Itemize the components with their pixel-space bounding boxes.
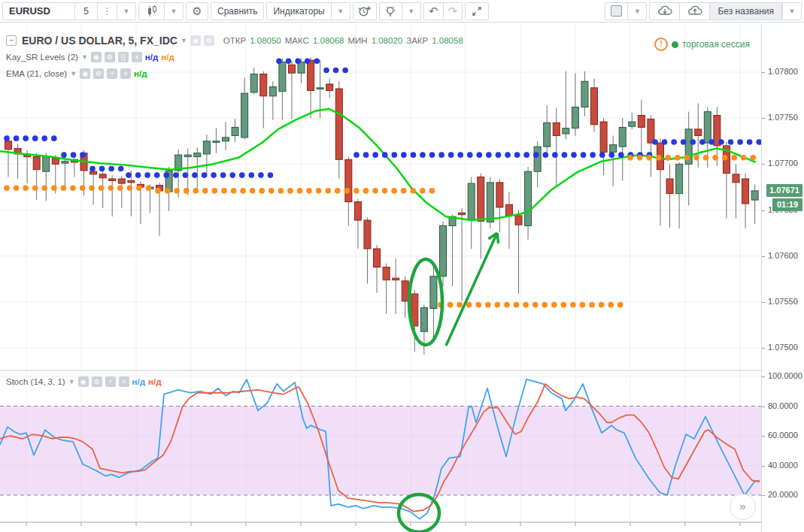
chart-properties-button[interactable]: ⚙ xyxy=(186,2,208,20)
source-code-icon[interactable]: {} xyxy=(118,52,129,62)
redo-button[interactable]: ↷ xyxy=(443,2,463,20)
sr-level-dot-blue xyxy=(14,135,20,141)
price-axis-label: 1.07700 xyxy=(762,159,798,168)
ema-value: н/д xyxy=(134,69,147,78)
eye-icon[interactable]: ◉ xyxy=(78,376,89,387)
sr-level-dot-orange xyxy=(61,185,67,191)
chart-style-button[interactable] xyxy=(138,2,164,20)
close-icon[interactable]: × xyxy=(119,376,129,387)
gear-icon[interactable]: ⚙ xyxy=(105,52,115,62)
sr-level-dot-orange xyxy=(363,188,369,194)
close-icon[interactable]: × xyxy=(120,68,131,79)
sr-level-dot-blue xyxy=(618,152,624,158)
chevron-down-icon[interactable]: ▼ xyxy=(70,70,77,77)
price-axis[interactable]: 1.078001.077501.077001.076501.076001.075… xyxy=(761,23,804,532)
stoch-axis-label: 100.0000 xyxy=(762,371,802,380)
sr-level-dot-blue xyxy=(477,152,483,158)
chart-area[interactable]: 1.078001.077501.077001.076501.076001.075… xyxy=(0,23,804,532)
sr-level-dot-orange xyxy=(108,185,114,191)
candlestick xyxy=(90,171,97,174)
candlestick xyxy=(260,74,267,95)
add-alert-button[interactable] xyxy=(353,2,377,20)
undo-button[interactable]: ↶ xyxy=(423,2,443,20)
low-label: МИН xyxy=(347,36,367,45)
ema-title[interactable]: EMA (21, close) xyxy=(6,69,67,78)
sr-level-dot-orange xyxy=(684,155,690,161)
session-status-dot xyxy=(672,41,678,48)
sr-level-dot-orange xyxy=(287,188,293,194)
compare-button[interactable]: Сравнить xyxy=(211,2,264,20)
kay-sr-value-1: н/д xyxy=(145,53,158,62)
sr-level-dot-orange xyxy=(665,155,671,161)
fullscreen-button[interactable] xyxy=(465,2,489,20)
candlestick xyxy=(250,74,257,92)
sr-level-dot-blue xyxy=(523,152,529,158)
sr-level-dot-orange xyxy=(221,188,227,194)
kay-sr-title[interactable]: Kay_SR Levels (2) xyxy=(6,53,78,62)
scroll-right-button[interactable]: » xyxy=(730,494,756,520)
sr-level-dot-blue xyxy=(239,172,245,178)
chevron-down-icon[interactable]: ▼ xyxy=(181,37,187,44)
ideas-dropdown-icon[interactable]: ▼ xyxy=(402,2,421,20)
interval-button[interactable]: 5 xyxy=(74,2,97,20)
sr-level-dot-orange xyxy=(297,188,303,194)
gear-icon[interactable]: ⚙ xyxy=(92,376,102,387)
eye-icon[interactable]: ◉ xyxy=(80,68,90,79)
candlestick xyxy=(213,141,220,143)
interval-dropdown-icon[interactable]: ▼ xyxy=(117,2,136,20)
warning-icon[interactable]: ! xyxy=(654,38,668,51)
sr-level-dot-orange xyxy=(372,188,378,194)
candlestick xyxy=(666,179,673,194)
chart-canvas[interactable] xyxy=(0,23,761,532)
close-icon[interactable]: × xyxy=(132,52,142,62)
candlestick xyxy=(487,183,493,222)
interval-menu-icon[interactable]: ⋮ xyxy=(97,2,117,20)
gear-icon: ⚙ xyxy=(192,5,202,18)
indicators-button[interactable]: Индикаторы xyxy=(266,2,330,20)
price-axis-label: 1.07600 xyxy=(762,251,798,260)
candlestick xyxy=(534,147,541,171)
ideas-button[interactable] xyxy=(379,2,402,20)
sr-level-dot-blue xyxy=(533,152,539,158)
chevron-down-icon[interactable]: ▼ xyxy=(68,378,75,385)
sr-level-dot-blue xyxy=(276,59,282,65)
layout-title-dropdown-icon[interactable]: ▼ xyxy=(782,2,802,20)
gear-icon[interactable]: ⚙ xyxy=(93,68,104,79)
chart-style-dropdown-icon[interactable]: ▼ xyxy=(164,2,184,20)
layout-dropdown-icon[interactable]: ▼ xyxy=(627,2,647,20)
sr-level-dot-orange xyxy=(316,188,322,194)
sr-level-dot-orange xyxy=(51,185,57,191)
sr-level-dot-blue xyxy=(295,59,301,65)
sr-level-dot-orange xyxy=(335,188,341,194)
gear-icon[interactable]: ⚙ xyxy=(204,35,214,46)
candlestick xyxy=(269,87,276,96)
symbol-title[interactable]: EURO / US DOLLAR, 5, FX_IDC xyxy=(22,35,177,47)
symbol-input[interactable]: EURUSD xyxy=(2,2,74,20)
plus-icon[interactable]: + xyxy=(107,68,117,79)
sr-level-dot-blue xyxy=(333,68,339,74)
chart-layout-title[interactable]: Без названия xyxy=(709,2,782,20)
sr-level-dot-blue xyxy=(286,59,292,65)
sr-level-dot-blue xyxy=(552,152,558,158)
high-value: 1.08068 xyxy=(313,36,344,45)
load-chart-button[interactable] xyxy=(649,2,679,20)
eye-icon[interactable]: ◉ xyxy=(190,35,201,46)
indicators-dropdown-icon[interactable]: ▼ xyxy=(331,2,350,20)
save-chart-button[interactable] xyxy=(679,2,709,20)
eye-icon[interactable]: ◉ xyxy=(91,52,102,62)
sr-level-dot-blue xyxy=(581,152,587,158)
collapse-legend-icon[interactable]: – xyxy=(6,35,17,46)
sr-level-dot-blue xyxy=(457,152,463,158)
sr-level-dot-blue xyxy=(747,139,753,145)
sr-level-dot-blue xyxy=(363,152,369,158)
candlestick xyxy=(610,145,617,153)
chevron-down-icon[interactable]: ▼ xyxy=(81,53,88,61)
sr-level-dot-blue xyxy=(382,152,388,158)
sr-level-dot-blue xyxy=(608,152,614,158)
sr-level-dot-blue xyxy=(41,135,47,141)
candlestick xyxy=(591,88,598,125)
stoch-title[interactable]: Stoch (14, 3, 1) xyxy=(6,377,65,386)
plus-icon[interactable]: + xyxy=(105,376,116,387)
sr-level-dot-blue xyxy=(709,139,715,145)
layout-select-button[interactable] xyxy=(605,2,627,20)
